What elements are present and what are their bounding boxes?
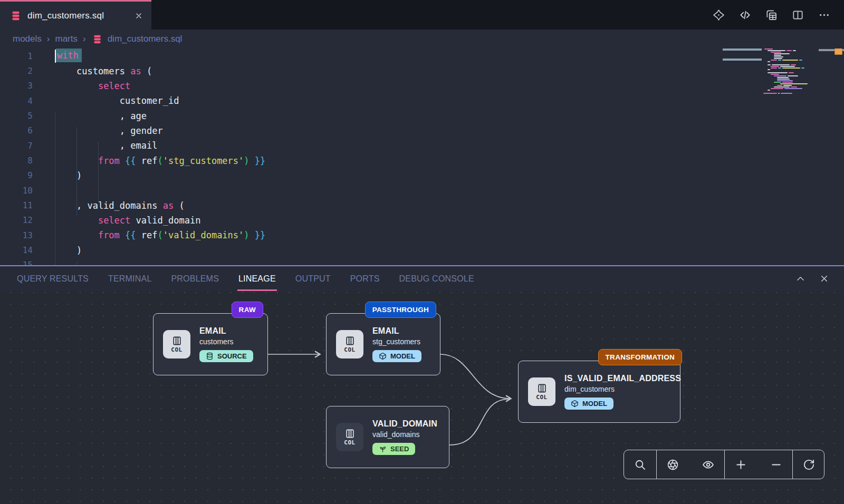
code-line[interactable]: 8 from {{ ref('stg_customers') }}	[0, 153, 844, 168]
dbt-logo-icon[interactable]	[713, 9, 725, 21]
indent-guide	[98, 142, 99, 201]
minimap-segment	[768, 50, 785, 51]
panel-tab-output[interactable]: OUTPUT	[295, 266, 331, 291]
code-token: )	[55, 245, 82, 256]
zoom-out-button[interactable]	[770, 459, 782, 471]
line-number: 15	[0, 260, 33, 265]
code-line[interactable]: 10	[0, 183, 844, 198]
code-token: , gender	[55, 125, 163, 136]
column-chip: COL	[163, 330, 190, 358]
minimap-segment	[774, 75, 787, 76]
code-line[interactable]: 14 )	[0, 243, 844, 257]
code-line[interactable]: 1with	[0, 49, 844, 63]
panel-tab-problems[interactable]: PROBLEMS	[171, 266, 219, 291]
code-token	[55, 81, 98, 91]
minimap-segment	[787, 50, 792, 51]
code-line[interactable]: 3 select	[0, 79, 844, 93]
column-name: VALID_DOMAIN	[372, 419, 437, 429]
database-icon	[92, 34, 102, 44]
chevron-up-icon[interactable]	[795, 274, 805, 284]
code-line-content: with	[33, 50, 82, 63]
code-token: }}	[255, 230, 265, 240]
code-line[interactable]: 7 , email	[0, 138, 844, 153]
code-token: {{	[125, 230, 136, 240]
code-line-content: customer_id	[33, 95, 179, 106]
eye-button[interactable]	[702, 459, 714, 471]
panel-tab-ports[interactable]: PORTS	[350, 266, 380, 291]
code-line[interactable]: 15	[0, 258, 844, 265]
panel-tab-lineage[interactable]: LINEAGE	[238, 266, 276, 291]
code-line[interactable]: 4 customer_id	[0, 93, 844, 108]
zoom-in-button[interactable]	[735, 459, 747, 471]
code-token: (	[174, 200, 184, 211]
column-chip-label: COL	[344, 439, 355, 446]
more-icon[interactable]	[818, 9, 830, 21]
minimap-segment	[771, 74, 779, 75]
close-icon[interactable]	[819, 274, 829, 284]
breadcrumb-item-file[interactable]: dim_customers.sql	[108, 34, 183, 44]
close-icon[interactable]	[135, 12, 143, 20]
indent-guide	[76, 261, 77, 265]
minimap-segment	[789, 72, 794, 73]
refresh-button[interactable]	[803, 459, 815, 471]
minimap-line	[763, 71, 824, 72]
code-line[interactable]: 5 , age	[0, 108, 844, 123]
search-button[interactable]	[634, 459, 646, 471]
code-line[interactable]: 2 customers as (	[0, 63, 844, 78]
code-editor[interactable]: 1with2 customers as (3 select4 customer_…	[0, 49, 844, 265]
code-line[interactable]: 13 from {{ ref('valid_domains') }}	[0, 228, 844, 243]
minimap-segment	[774, 53, 790, 54]
minimap-segment	[778, 60, 781, 61]
customers-type-badge: SOURCE	[199, 350, 253, 362]
code-icon[interactable]	[739, 9, 751, 21]
minimap-segment	[781, 93, 792, 94]
model-name: stg_customers	[372, 337, 420, 346]
stg_customers-badge-passthrough: PASSTHROUGH	[365, 302, 436, 318]
code-line[interactable]: 12 select valid_domain	[0, 213, 844, 228]
code-line[interactable]: 11 , valid_domains as (	[0, 198, 844, 212]
node-text: IS_VALID_EMAIL_ADDRESSdim_customersMODEL	[564, 374, 681, 410]
lineage-node-stg_customers[interactable]: PASSTHROUGHCOLEMAILstg_customersMODEL	[326, 313, 440, 375]
split-editor-icon[interactable]	[792, 9, 804, 21]
lineage-node-customers[interactable]: RAWCOLEMAILcustomersSOURCE	[153, 313, 268, 375]
copy-table-icon[interactable]	[765, 9, 778, 21]
seedling-icon	[379, 445, 387, 453]
minimap-segment	[799, 60, 802, 61]
line-number: 11	[0, 200, 33, 210]
lineage-node-dim_customers[interactable]: TRANSFORMATIONCOLIS_VALID_EMAIL_ADDRESSd…	[518, 361, 680, 423]
panel-tab-terminal[interactable]: TERMINAL	[108, 266, 152, 291]
panel-tab-query-results[interactable]: QUERY RESULTS	[17, 266, 89, 291]
minimap-segment	[782, 67, 800, 69]
breadcrumb-item-models[interactable]: models	[13, 34, 42, 44]
code-token: customers	[55, 66, 130, 76]
minimap[interactable]	[763, 49, 824, 94]
editor-decoration	[723, 49, 762, 51]
aperture-button[interactable]	[667, 459, 679, 471]
type-badge-label: MODEL	[390, 352, 415, 360]
minimap-line	[763, 72, 824, 73]
breadcrumb-item-marts[interactable]: marts	[55, 34, 78, 44]
tab-dim-customers-sql[interactable]: dim_customers.sql	[0, 0, 151, 30]
code-token: , email	[55, 140, 157, 151]
type-badge-label: MODEL	[582, 400, 607, 408]
code-line[interactable]: 6 , gender	[0, 123, 844, 138]
panel-tab-debug-console[interactable]: DEBUG CONSOLE	[399, 266, 474, 291]
minimap-line	[763, 53, 824, 54]
code-token: }}	[255, 156, 265, 166]
model-name: dim_customers	[564, 385, 615, 393]
customers-badge-raw: RAW	[232, 302, 263, 318]
database-icon	[11, 11, 21, 21]
lineage-node-valid_domains[interactable]: COLVALID_DOMAINvalid_domainsSEED	[326, 406, 449, 468]
code-token: )	[55, 170, 82, 181]
minimap-line	[763, 83, 824, 84]
minimap-segment	[771, 88, 783, 89]
node-body: COLEMAILcustomersSOURCE	[154, 314, 267, 375]
line-number: 8	[0, 156, 33, 166]
code-line[interactable]: 9 )	[0, 168, 844, 183]
column-chip-label: COL	[344, 346, 355, 353]
code-lines: 1with2 customers as (3 select4 customer_…	[0, 49, 844, 265]
minimap-segment	[788, 75, 798, 76]
lineage-canvas[interactable]: RAWCOLEMAILcustomersSOURCEPASSTHROUGHCOL…	[0, 291, 844, 504]
minimap-line	[763, 79, 824, 80]
column-chip: COL	[336, 423, 363, 451]
